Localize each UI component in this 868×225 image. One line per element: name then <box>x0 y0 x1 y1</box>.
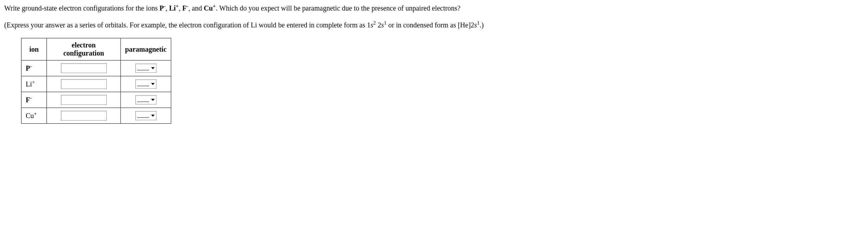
para-cell-li <box>121 76 171 92</box>
config-cell-p <box>47 60 121 76</box>
para-cell-p <box>121 60 171 76</box>
ex2-a: [He]2 <box>458 21 474 29</box>
ion-4-base: Cu <box>204 4 213 12</box>
sep-1: , <box>166 4 169 12</box>
hint-prefix: (Express your answer as a series of orbi… <box>4 21 367 29</box>
ion-cell-cu: Cu+ <box>21 108 47 124</box>
ion-cell-li: Li+ <box>21 76 47 92</box>
question-prefix: Write ground-state electron configuratio… <box>4 4 160 12</box>
answer-table: ion electron configuration paramagnetic … <box>21 38 171 124</box>
hint-suffix: .) <box>479 21 484 29</box>
table-header-row: ion electron configuration paramagnetic <box>21 38 171 60</box>
header-config: electron configuration <box>47 38 121 60</box>
row-ion-base: Li <box>26 80 32 88</box>
para-select-cu[interactable] <box>135 111 156 120</box>
sep-3: , and <box>188 4 204 12</box>
para-select-f[interactable] <box>135 95 156 104</box>
row-ion-sup: - <box>30 63 32 69</box>
select-blank-line <box>137 98 149 102</box>
table-row: Li+ <box>21 76 171 92</box>
row-ion-base: Cu <box>26 112 34 120</box>
row-ion-base: P <box>26 64 30 72</box>
select-blank-line <box>137 66 149 70</box>
config-input-f[interactable] <box>61 95 107 105</box>
para-cell-f <box>121 92 171 108</box>
config-cell-cu <box>47 108 121 124</box>
ion-2-base: Li <box>169 4 176 12</box>
question-text: Write ground-state electron configuratio… <box>4 3 864 13</box>
table-row: F- <box>21 92 171 108</box>
header-para: paramagnetic <box>121 38 171 60</box>
table-row: Cu+ <box>21 108 171 124</box>
sep-2: , <box>179 4 182 12</box>
para-cell-cu <box>121 108 171 124</box>
ex1-c: 2 <box>373 20 376 26</box>
chevron-down-icon <box>151 67 155 69</box>
chevron-down-icon <box>151 83 155 85</box>
row-ion-sup: - <box>30 95 32 101</box>
config-input-p[interactable] <box>61 63 107 73</box>
config-cell-f <box>47 92 121 108</box>
ex1-a: 1 <box>367 21 371 29</box>
ex1-d: 2 <box>376 21 381 29</box>
ex2-b: s <box>474 21 477 29</box>
chevron-down-icon <box>151 99 155 101</box>
hint-mid: or in condensed form as <box>386 21 458 29</box>
config-input-cu[interactable] <box>61 111 107 121</box>
select-blank-line <box>137 114 149 118</box>
ion-4-sup: + <box>213 3 216 9</box>
ex1-e: s <box>381 21 384 29</box>
chevron-down-icon <box>151 115 155 117</box>
header-ion: ion <box>21 38 47 60</box>
ion-3-base: F <box>182 4 186 12</box>
question-suffix: . Which do you expect will be paramagnet… <box>216 4 460 12</box>
select-blank-line <box>137 82 149 86</box>
row-ion-sup: + <box>34 111 37 116</box>
table-row: P- <box>21 60 171 76</box>
row-ion-sup: + <box>32 79 35 85</box>
ion-cell-f: F- <box>21 92 47 108</box>
para-select-p[interactable] <box>135 64 156 73</box>
ion-1-base: P <box>160 4 164 12</box>
para-select-li[interactable] <box>135 79 156 89</box>
config-input-li[interactable] <box>61 79 107 89</box>
config-cell-li <box>47 76 121 92</box>
hint-text: (Express your answer as a series of orbi… <box>4 20 864 30</box>
ion-cell-p: P- <box>21 60 47 76</box>
row-ion-base: F <box>26 96 30 104</box>
